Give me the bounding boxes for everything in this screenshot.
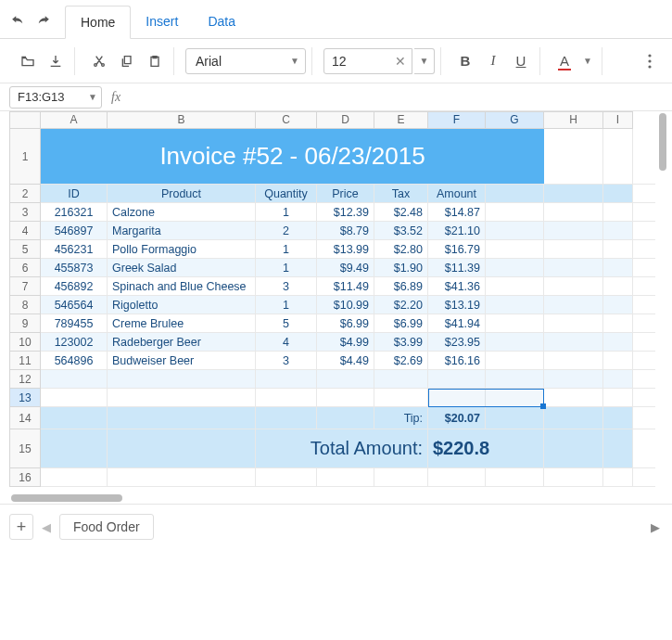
paste-button[interactable] (142, 48, 168, 74)
row-header[interactable]: 9 (9, 314, 41, 333)
cell[interactable] (256, 370, 317, 388)
cell[interactable]: Pollo Formaggio (108, 240, 256, 258)
cell[interactable]: 3 (256, 277, 317, 295)
column-header[interactable]: F (428, 111, 486, 129)
font-color-dropdown[interactable]: ▼ (579, 48, 596, 74)
cell[interactable] (544, 277, 603, 295)
cell[interactable] (374, 389, 428, 406)
cell[interactable]: 546564 (41, 296, 108, 314)
cell[interactable] (603, 277, 633, 295)
cell[interactable]: Margarita (108, 222, 256, 239)
select-all-corner[interactable] (9, 111, 41, 129)
cell[interactable] (603, 429, 633, 467)
cell[interactable]: 2 (256, 222, 317, 239)
cell[interactable] (603, 389, 633, 406)
cell[interactable] (603, 370, 633, 388)
cell[interactable]: $2.69 (374, 352, 428, 369)
cell[interactable]: 455873 (41, 259, 108, 276)
clear-font-size-button[interactable]: ✕ (395, 54, 406, 69)
undo-button[interactable] (9, 13, 26, 30)
cell[interactable] (486, 222, 544, 239)
column-header[interactable]: H (544, 111, 603, 129)
cell[interactable]: $4.99 (317, 333, 374, 351)
row-header[interactable]: 1 (9, 129, 41, 185)
cell[interactable] (544, 222, 603, 239)
cell[interactable]: Amount (428, 185, 486, 202)
cell[interactable] (603, 185, 633, 202)
cell[interactable]: 456231 (41, 240, 108, 258)
cell[interactable] (603, 296, 633, 314)
cell[interactable]: 789455 (41, 314, 108, 332)
cell[interactable] (486, 370, 544, 388)
cell[interactable]: $11.39 (428, 259, 486, 276)
cell[interactable] (544, 468, 603, 486)
cell[interactable]: $41.94 (428, 314, 486, 332)
row-header[interactable]: 13 (9, 389, 41, 407)
cell[interactable]: $23.95 (428, 333, 486, 351)
cell[interactable]: $8.79 (317, 222, 374, 239)
cell[interactable] (544, 352, 603, 369)
cell[interactable] (256, 407, 317, 429)
cell[interactable]: 4 (256, 333, 317, 351)
cell[interactable]: Price (317, 185, 374, 202)
cell[interactable] (108, 370, 256, 388)
cell[interactable] (603, 129, 633, 184)
cell[interactable] (603, 222, 633, 239)
cell[interactable]: $3.99 (374, 333, 428, 351)
column-header[interactable]: I (603, 111, 633, 129)
cell[interactable]: $10.99 (317, 296, 374, 314)
cell[interactable] (486, 468, 544, 486)
row-header[interactable]: 10 (9, 333, 41, 352)
cell[interactable] (544, 240, 603, 258)
cell[interactable]: $21.10 (428, 222, 486, 239)
cell[interactable]: 456892 (41, 277, 108, 295)
italic-button[interactable]: I (480, 48, 506, 74)
cell[interactable] (108, 389, 256, 406)
cell[interactable]: Rigoletto (108, 296, 256, 314)
formula-input[interactable] (130, 86, 663, 109)
cell[interactable] (317, 389, 374, 406)
cell[interactable] (544, 429, 603, 467)
row-header[interactable]: 2 (9, 185, 41, 203)
cell[interactable] (603, 240, 633, 258)
cell[interactable] (544, 296, 603, 314)
cell[interactable] (486, 352, 544, 369)
row-header[interactable]: 16 (9, 468, 41, 487)
cell[interactable]: 564896 (41, 352, 108, 369)
cell[interactable]: 123002 (41, 333, 108, 351)
cell[interactable]: 546897 (41, 222, 108, 239)
cell[interactable]: 1 (256, 296, 317, 314)
cell[interactable]: Creme Brulee (108, 314, 256, 332)
cell[interactable]: $4.49 (317, 352, 374, 369)
more-options-button[interactable] (637, 48, 663, 74)
row-header[interactable]: 5 (9, 240, 41, 259)
cell[interactable] (603, 203, 633, 221)
cell[interactable]: ID (41, 185, 108, 202)
column-header[interactable]: D (317, 111, 374, 129)
grid[interactable]: Invoice #52 - 06/23/2015IDProductQuantit… (41, 129, 655, 491)
cell[interactable]: Budweiser Beer (108, 352, 256, 369)
row-header[interactable]: 7 (9, 277, 41, 296)
cell[interactable]: $6.99 (374, 314, 428, 332)
cell[interactable] (486, 333, 544, 351)
cell[interactable]: $11.49 (317, 277, 374, 295)
cell[interactable]: 1 (256, 240, 317, 258)
cell[interactable] (603, 352, 633, 369)
cell[interactable] (108, 468, 256, 486)
cell[interactable] (41, 389, 108, 406)
cell[interactable] (486, 314, 544, 332)
chevron-down-icon[interactable]: ▼ (88, 92, 97, 102)
cell[interactable] (428, 468, 486, 486)
cell[interactable]: $6.99 (317, 314, 374, 332)
row-header[interactable]: 15 (9, 429, 41, 468)
cell[interactable] (486, 296, 544, 314)
cell[interactable]: Greek Salad (108, 259, 256, 276)
cell[interactable] (41, 429, 108, 467)
cell[interactable] (544, 185, 603, 202)
cell[interactable]: $13.99 (317, 240, 374, 258)
scrollbar-thumb[interactable] (11, 494, 122, 502)
cell[interactable]: Tax (374, 185, 428, 202)
cell[interactable] (486, 389, 544, 406)
redo-button[interactable] (35, 13, 52, 30)
cell[interactable]: $3.52 (374, 222, 428, 239)
